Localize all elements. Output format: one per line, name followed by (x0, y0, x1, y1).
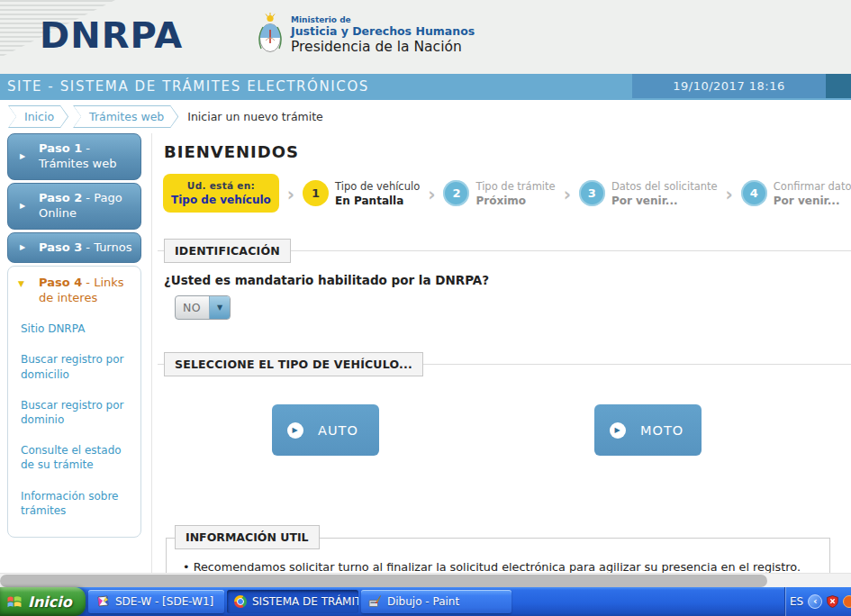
informacion-util-legend: INFORMACIÓN UTIL (175, 525, 320, 549)
arrow-right-icon: ▶ (20, 152, 25, 161)
taskbar-task-sdew[interactable]: SDE-W - [SDE-W1] (88, 590, 224, 613)
wizard-step-1-circle: 1 (303, 180, 329, 206)
chevron-down-icon[interactable]: ▼ (209, 296, 230, 319)
page-title: BIENVENIDOS (164, 142, 299, 161)
ministry-text: Ministerio de Justicia y Derechos Humano… (291, 15, 475, 55)
sidebar-link-informacion-tramites[interactable]: Información sobre trámites (8, 481, 140, 526)
ministry-logo-block: Ministerio de Justicia y Derechos Humano… (257, 13, 475, 58)
site-title-bar: SITE - SISTEMA DE TRÁMITES ELECTRÓNICOS … (0, 74, 851, 100)
sidebar-item-paso2-pago-online[interactable]: ▶ Paso 2 - Pago Online (7, 183, 141, 230)
main-content: BIENVENIDOS Ud. está en: Tipo de vehícul… (151, 133, 851, 573)
wizard-step-1: 1 Tipo de vehículo En Pantalla (303, 180, 420, 207)
sidebar-item-paso1-tramites-web[interactable]: ▶ Paso 1 - Trámites web (7, 133, 141, 180)
wizard-progress: Ud. está en: Tipo de vehículo › 1 Tipo d… (163, 174, 851, 213)
language-indicator[interactable]: ES (790, 595, 803, 608)
datetime-display: 19/10/2017 18:16 (632, 74, 826, 98)
arrow-right-icon: ▶ (20, 201, 25, 210)
chevron-right-icon: › (428, 181, 435, 204)
chrome-icon (234, 595, 247, 608)
sidebar-panel-paso4: ▼ Paso 4 - Links de interes Sitio DNRPA … (7, 266, 141, 537)
horizontal-scrollbar-thumb[interactable] (0, 575, 767, 587)
tray-collapse-icon[interactable]: ‹ (808, 594, 822, 609)
chevron-right-icon: › (726, 181, 733, 204)
sidebar-item-paso3-turnos[interactable]: ▶ Paso 3 - Turnos (7, 232, 141, 264)
ministry-line1: Ministerio de (291, 15, 475, 24)
wizard-step-2: 2 Tipo de trámite Próximo (443, 180, 555, 207)
taskbar: Inicio SDE-W - [SDE-W1] SISTEMA DE TRÁMI… (0, 587, 851, 616)
breadcrumb-inicio[interactable]: Inicio (8, 105, 68, 128)
sidebar-item-paso4-links[interactable]: ▼ Paso 4 - Links de interes (8, 267, 140, 313)
section-identificacion: IDENTIFICACIÓN (158, 250, 851, 251)
windows-flag-icon (6, 594, 23, 609)
sidebar-link-estado-tramite[interactable]: Consulte el estado de su trámite (8, 435, 140, 480)
arrow-right-circle-icon: ▶ (287, 422, 303, 439)
wizard-step-4: 4 Confirmar datos Por venir... (741, 180, 851, 207)
section-informacion-util: INFORMACIÓN UTIL Recomendamos solicitar … (166, 538, 830, 573)
security-shield-icon[interactable] (827, 595, 838, 608)
taskbar-task-sistema-tramites[interactable]: SISTEMA DE TRÁMIT... (227, 590, 358, 613)
top-header: DNRPA Ministerio de Justicia y Derechos … (0, 0, 851, 74)
moto-button[interactable]: ▶ MOTO (594, 404, 702, 456)
ministry-line2: Justicia y Derechos Humanos (291, 24, 475, 38)
tray-notification-icon[interactable] (843, 595, 851, 608)
system-tray: ES ‹ (784, 587, 851, 616)
taskbar-task-paint[interactable]: Dibujo - Paint (361, 590, 512, 613)
coat-of-arms-icon (257, 13, 284, 58)
arrow-right-circle-icon: ▶ (610, 422, 626, 439)
body-area: ▶ Paso 1 - Trámites web ▶ Paso 2 - Pago … (0, 133, 851, 573)
ministry-line3: Presidencia de la Nación (291, 39, 475, 55)
chevron-right-icon: › (287, 181, 294, 204)
arrow-down-icon: ▼ (18, 279, 24, 290)
breadcrumb: Inicio Trámites web Iniciar un nuevo trá… (0, 100, 851, 133)
title-bar-end-block (826, 74, 851, 98)
screen: DNRPA Ministerio de Justicia y Derechos … (0, 0, 851, 616)
sidebar-link-registro-domicilio[interactable]: Buscar registro por domicilio (8, 344, 140, 389)
tipo-vehiculo-legend: SELECCIONE EL TIPO DE VEHÍCULO... (164, 352, 423, 376)
wizard-current-box: Ud. está en: Tipo de vehículo (163, 174, 279, 213)
identificacion-legend: IDENTIFICACIÓN (164, 239, 291, 263)
dnrpa-logo[interactable]: DNRPA (40, 14, 183, 55)
wizard-step-2-circle: 2 (443, 180, 469, 206)
wizard-step-4-circle: 4 (741, 180, 767, 206)
site-title: SITE - SISTEMA DE TRÁMITES ELECTRÓNICOS (7, 78, 369, 95)
sidebar-link-sitio-dnrpa[interactable]: Sitio DNRPA (8, 313, 140, 344)
start-button[interactable]: Inicio (0, 587, 86, 616)
mandatario-select[interactable]: NO ▼ (175, 295, 231, 320)
arrow-right-icon: ▶ (20, 243, 25, 252)
breadcrumb-current: Iniciar un nuevo trámite (187, 110, 323, 123)
section-tipo-vehiculo: SELECCIONE EL TIPO DE VEHÍCULO... (158, 364, 851, 365)
wizard-step-3: 3 Datos del solicitante Por venir... (579, 180, 718, 207)
mandatario-select-value: NO (176, 296, 209, 319)
wizard-step-3-circle: 3 (579, 180, 605, 206)
sdew-app-icon (95, 595, 110, 608)
sidebar: ▶ Paso 1 - Trámites web ▶ Paso 2 - Pago … (7, 133, 141, 614)
chevron-right-icon: › (564, 181, 571, 204)
paint-icon (368, 595, 382, 608)
mandatario-question: ¿Usted es mandatario habilitado por la D… (164, 273, 489, 287)
horizontal-scrollbar[interactable] (0, 573, 851, 587)
auto-button[interactable]: ▶ AUTO (272, 404, 379, 456)
sidebar-link-registro-dominio[interactable]: Buscar registro por dominio (8, 390, 140, 435)
breadcrumb-tramites-web[interactable]: Trámites web (73, 105, 178, 128)
